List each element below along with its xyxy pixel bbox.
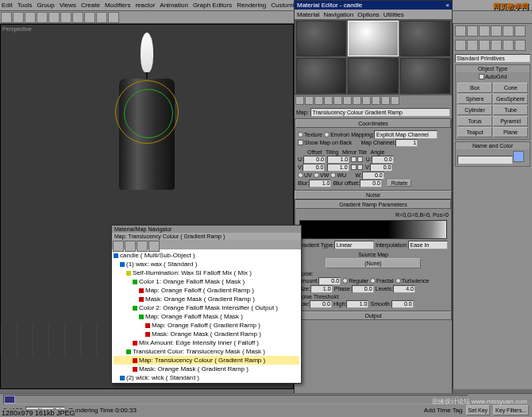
mat-tool[interactable] (314, 96, 323, 105)
tree-item[interactable]: candle ( Multi/Sub-Object ) (114, 251, 299, 260)
tool-button[interactable] (25, 12, 36, 23)
tool-button[interactable] (1, 12, 12, 23)
menu-rendering[interactable]: Rendering (237, 2, 266, 9)
key-filters-button[interactable]: Key Filters... (493, 405, 529, 415)
tree-item[interactable]: Map: Orange Falloff ( Gradient Ramp ) (114, 286, 299, 295)
close-icon[interactable]: × (445, 2, 449, 9)
gradient-type-dropdown[interactable]: Linear (334, 241, 374, 249)
mat-tool[interactable] (324, 96, 333, 105)
tree-item[interactable]: Mask: Orange Mask ( Gradient Ramp ) (114, 295, 299, 303)
environ-radio[interactable] (324, 132, 330, 137)
blur-input[interactable]: 1.0 (309, 180, 331, 187)
rollout-header[interactable]: Name and Color (456, 142, 530, 149)
geometry-tab[interactable] (455, 40, 466, 51)
interpolation-dropdown[interactable]: Ease In (408, 241, 448, 249)
tree-item[interactable]: Color 1: Orange Falloff Mask ( Mask ) (114, 277, 299, 286)
mat-tool[interactable] (391, 96, 399, 105)
hierarchy-tab[interactable] (479, 25, 490, 37)
tree-item[interactable]: Map: Translucency Colour ( Gradient Ramp… (114, 356, 299, 365)
sphere-button[interactable]: Sphere (457, 94, 492, 104)
output-rollout-header[interactable]: Output (295, 311, 452, 320)
menu-animation[interactable]: Animation (160, 2, 188, 9)
menu-tools[interactable]: Tools (17, 2, 33, 9)
navigator-titlebar[interactable]: Material/Map Navigator (112, 226, 301, 233)
create-tab[interactable] (455, 25, 466, 37)
cylinder-button[interactable]: Cylinder (457, 105, 492, 115)
rollout-header[interactable]: Coordinates (295, 119, 451, 128)
material-slot[interactable] (296, 58, 346, 94)
motion-tab[interactable] (491, 25, 502, 37)
noise-amount[interactable]: 0.0 (318, 277, 341, 285)
menu-edit[interactable]: Edit (2, 2, 13, 9)
noise-levels[interactable]: 4.0 (393, 285, 415, 293)
plane-button[interactable]: Plane (493, 127, 528, 137)
tree-item[interactable]: Map: Orange Falloff ( Gradient Ramp ) (114, 321, 299, 330)
tree-item[interactable]: Self-Illumination: Wax SI Falloff Mix ( … (114, 268, 299, 277)
helpers-tab[interactable] (503, 40, 514, 51)
mat-tool[interactable] (362, 96, 371, 105)
menu-graph editors[interactable]: Graph Editors (193, 2, 232, 9)
box-button[interactable]: Box (457, 83, 492, 93)
tool-button[interactable] (72, 12, 83, 23)
tree-item[interactable]: Mask: Orange Mask ( Gradient Ramp ) (114, 330, 299, 338)
mapping-dropdown[interactable]: Explicit Map Channel (374, 130, 438, 139)
autogrid-check[interactable] (479, 74, 484, 79)
tool-button[interactable] (37, 12, 48, 23)
tool-button[interactable] (60, 12, 71, 23)
display-tab[interactable] (503, 25, 514, 37)
texture-radio[interactable] (298, 132, 303, 137)
set-key-button[interactable]: Set Key (466, 405, 491, 415)
space-warps-tab[interactable] (515, 40, 526, 51)
tree-item[interactable]: Map: Orange Falloff Mask ( Mask ) (114, 312, 299, 321)
mat-tool[interactable] (372, 96, 380, 105)
gradient-bar[interactable] (299, 220, 447, 239)
map-channel-input[interactable]: 1 (395, 139, 418, 147)
tree-item[interactable]: Color 2: Orange Falloff Mask Intensifier… (114, 303, 299, 312)
v-tiling[interactable]: 1.0 (327, 164, 349, 172)
pyramid-button[interactable]: Pyramid (493, 116, 528, 126)
menu-modifiers[interactable]: Modifiers (105, 2, 130, 9)
material-slot-selected[interactable] (348, 21, 398, 56)
tool-button[interactable] (48, 12, 60, 23)
menu-create[interactable]: Create (81, 2, 100, 9)
tube-button[interactable]: Tube (493, 105, 528, 115)
timeline[interactable] (3, 395, 468, 404)
rollout-header[interactable]: Gradient Ramp Parameters (295, 200, 451, 209)
menu-group[interactable]: Group (37, 2, 54, 9)
menu-views[interactable]: Views (60, 2, 76, 9)
source-map-button[interactable]: (None) (326, 258, 421, 268)
material-tree[interactable]: candle ( Multi/Sub-Object )(1) wax: wax … (112, 249, 301, 384)
tree-item[interactable]: (2) wick: wick ( Standard ) (114, 373, 299, 382)
menu-reactor[interactable]: reactor (135, 2, 155, 9)
u-tiling[interactable]: 1.0 (327, 156, 349, 164)
object-name-input[interactable] (457, 156, 513, 164)
tool-button[interactable] (108, 12, 119, 23)
thresh-low[interactable]: 0.0 (310, 300, 332, 308)
utilities-tab[interactable] (515, 25, 526, 37)
tool-button[interactable] (13, 12, 24, 23)
material-slot[interactable] (296, 21, 346, 56)
mat-tool[interactable] (353, 96, 361, 105)
color-swatch[interactable] (513, 151, 524, 162)
teapot-button[interactable]: Teapot (457, 127, 492, 137)
thresh-high[interactable]: 1.0 (346, 300, 368, 308)
shapes-tab[interactable] (467, 40, 478, 51)
mat-tool[interactable] (343, 96, 352, 105)
show-map-check[interactable] (298, 140, 303, 145)
material-editor-titlebar[interactable]: Material Editor - candle× (295, 1, 452, 10)
v-angle[interactable]: 0.0 (370, 164, 392, 172)
modify-tab[interactable] (467, 25, 478, 37)
material-editor-menu[interactable]: MaterialNavigationOptionsUtilities (295, 10, 452, 19)
noise-phase[interactable]: 0.0 (352, 285, 374, 293)
map-dropdown[interactable]: Translucency Colour Gradient Ramp (310, 108, 450, 117)
cone-button[interactable]: Cone (493, 83, 528, 93)
cameras-tab[interactable] (491, 40, 502, 51)
mat-tool[interactable] (295, 96, 304, 105)
noise-rollout-header[interactable]: Noise (295, 191, 452, 199)
u-angle[interactable]: 0.0 (372, 156, 394, 164)
category-dropdown[interactable]: Standard Primitives (455, 54, 530, 63)
geosphere-button[interactable]: GeoSphere (493, 94, 528, 104)
v-offset[interactable]: 0.0 (303, 164, 325, 172)
blur-offset-input[interactable]: 0.0 (360, 180, 382, 187)
rotate-button[interactable]: Rotate (387, 180, 412, 187)
